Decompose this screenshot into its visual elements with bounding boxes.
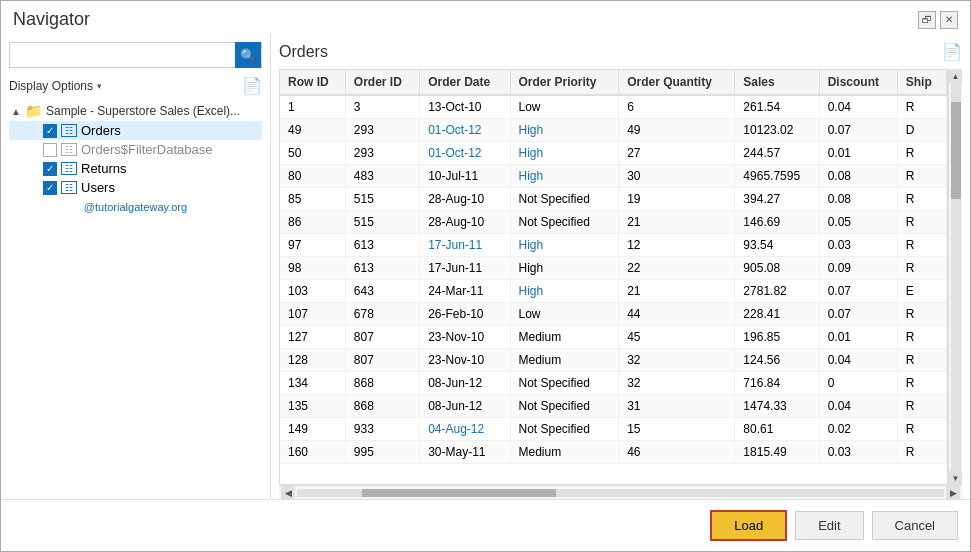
cell-quantity: 32 (619, 372, 735, 395)
table-row[interactable]: 135 868 08-Jun-12 Not Specified 31 1474.… (280, 395, 947, 418)
cell-order-date: 26-Feb-10 (420, 303, 510, 326)
scroll-down-arrow[interactable]: ▼ (949, 471, 963, 485)
cell-ship: R (897, 188, 946, 211)
table-header-row: Row ID Order ID Order Date Order Priorit… (280, 70, 947, 95)
cell-row-id: 135 (280, 395, 345, 418)
table-row[interactable]: 85 515 28-Aug-10 Not Specified 19 394.27… (280, 188, 947, 211)
cell-order-date: 04-Aug-12 (420, 418, 510, 441)
cell-order-id: 515 (345, 211, 419, 234)
cell-ship: D (897, 119, 946, 142)
checkbox-users[interactable] (43, 181, 57, 195)
col-sales: Sales (735, 70, 819, 95)
table-row[interactable]: 49 293 01-Oct-12 High 49 10123.02 0.07 D (280, 119, 947, 142)
tree-item-orders[interactable]: ☷ Orders (9, 121, 262, 140)
cell-order-date: 24-Mar-11 (420, 280, 510, 303)
tree-label-users: Users (81, 180, 115, 195)
cell-quantity: 15 (619, 418, 735, 441)
cell-ship: R (897, 303, 946, 326)
cancel-button[interactable]: Cancel (872, 511, 958, 540)
table-row[interactable]: 103 643 24-Mar-11 High 21 2781.82 0.07 E (280, 280, 947, 303)
checkbox-ordersfilter[interactable] (43, 143, 57, 157)
vscroll-thumb (951, 102, 961, 199)
cell-priority: High (510, 257, 619, 280)
cell-quantity: 21 (619, 211, 735, 234)
tree-label-ordersfilter: Orders$FilterDatabase (81, 142, 213, 157)
horizontal-scrollbar[interactable]: ◀ ▶ (279, 485, 962, 499)
cell-priority: Not Specified (510, 418, 619, 441)
load-button[interactable]: Load (710, 510, 787, 541)
footer: Load Edit Cancel (1, 499, 970, 551)
cell-ship: R (897, 372, 946, 395)
data-table: Row ID Order ID Order Date Order Priorit… (280, 70, 947, 464)
search-button[interactable]: 🔍 (235, 42, 261, 68)
cell-sales: 196.85 (735, 326, 819, 349)
cell-quantity: 46 (619, 441, 735, 464)
data-table-container[interactable]: Row ID Order ID Order Date Order Priorit… (279, 69, 948, 485)
content-area: 🔍 Display Options ▾ 📄 ▲ 📁 Samp (1, 34, 970, 499)
tree-root-item[interactable]: ▲ 📁 Sample - Superstore Sales (Excel)... (9, 101, 262, 121)
search-input[interactable] (10, 48, 235, 63)
table-row[interactable]: 86 515 28-Aug-10 Not Specified 21 146.69… (280, 211, 947, 234)
table-icon-users: ☷ (61, 181, 77, 194)
scroll-left-arrow[interactable]: ◀ (281, 486, 295, 500)
table-icon-ordersfilter: ☷ (61, 143, 77, 156)
table-row[interactable]: 149 933 04-Aug-12 Not Specified 15 80.61… (280, 418, 947, 441)
cell-order-date: 28-Aug-10 (420, 211, 510, 234)
cell-order-id: 933 (345, 418, 419, 441)
hscroll-track[interactable] (297, 489, 944, 497)
cell-priority: High (510, 165, 619, 188)
cell-order-date: 08-Jun-12 (420, 372, 510, 395)
cell-row-id: 107 (280, 303, 345, 326)
cell-order-id: 868 (345, 395, 419, 418)
vertical-scrollbar[interactable]: ▲ ▼ (948, 69, 962, 485)
tree-label-orders: Orders (81, 123, 121, 138)
table-row[interactable]: 160 995 30-May-11 Medium 46 1815.49 0.03… (280, 441, 947, 464)
cell-quantity: 27 (619, 142, 735, 165)
cell-discount: 0 (819, 372, 897, 395)
edit-button[interactable]: Edit (795, 511, 863, 540)
cell-quantity: 45 (619, 326, 735, 349)
tree-item-ordersfilter[interactable]: ☷ Orders$FilterDatabase (9, 140, 262, 159)
cell-quantity: 30 (619, 165, 735, 188)
nav-document-button[interactable]: 📄 (242, 76, 262, 95)
scroll-right-arrow[interactable]: ▶ (946, 486, 960, 500)
cell-order-id: 807 (345, 349, 419, 372)
table-row[interactable]: 50 293 01-Oct-12 High 27 244.57 0.01 R (280, 142, 947, 165)
cell-quantity: 12 (619, 234, 735, 257)
cell-sales: 124.56 (735, 349, 819, 372)
cell-sales: 905.08 (735, 257, 819, 280)
export-icon[interactable]: 📄 (942, 42, 962, 61)
cell-order-date: 01-Oct-12 (420, 119, 510, 142)
cell-priority: Not Specified (510, 395, 619, 418)
table-row[interactable]: 127 807 23-Nov-10 Medium 45 196.85 0.01 … (280, 326, 947, 349)
vscroll-track[interactable] (951, 83, 961, 471)
navigator-window: Navigator 🗗 ✕ 🔍 Display Options ▾ (0, 0, 971, 552)
tree-item-returns[interactable]: ☷ Returns (9, 159, 262, 178)
table-row[interactable]: 128 807 23-Nov-10 Medium 32 124.56 0.04 … (280, 349, 947, 372)
right-panel: Orders 📄 Row ID Order ID Order Date Orde… (271, 34, 970, 499)
cell-sales: 261.54 (735, 95, 819, 119)
scroll-up-arrow[interactable]: ▲ (949, 69, 963, 83)
cell-order-date: 17-Jun-11 (420, 257, 510, 280)
cell-ship: R (897, 211, 946, 234)
tree-item-users[interactable]: ☷ Users (9, 178, 262, 197)
cell-sales: 1815.49 (735, 441, 819, 464)
col-ship: Ship (897, 70, 946, 95)
table-row[interactable]: 80 483 10-Jul-11 High 30 4965.7595 0.08 … (280, 165, 947, 188)
table-row[interactable]: 98 613 17-Jun-11 High 22 905.08 0.09 R (280, 257, 947, 280)
tree-root-label: Sample - Superstore Sales (Excel)... (46, 104, 240, 118)
table-row[interactable]: 107 678 26-Feb-10 Low 44 228.41 0.07 R (280, 303, 947, 326)
table-row[interactable]: 134 868 08-Jun-12 Not Specified 32 716.8… (280, 372, 947, 395)
display-options-button[interactable]: Display Options ▾ (9, 79, 102, 93)
cell-priority: High (510, 119, 619, 142)
cell-priority: Not Specified (510, 211, 619, 234)
cell-order-date: 30-May-11 (420, 441, 510, 464)
cell-row-id: 103 (280, 280, 345, 303)
checkbox-orders[interactable] (43, 124, 57, 138)
table-row[interactable]: 1 3 13-Oct-10 Low 6 261.54 0.04 R (280, 95, 947, 119)
restore-button[interactable]: 🗗 (918, 11, 936, 29)
table-row[interactable]: 97 613 17-Jun-11 High 12 93.54 0.03 R (280, 234, 947, 257)
close-button[interactable]: ✕ (940, 11, 958, 29)
cell-discount: 0.08 (819, 188, 897, 211)
checkbox-returns[interactable] (43, 162, 57, 176)
